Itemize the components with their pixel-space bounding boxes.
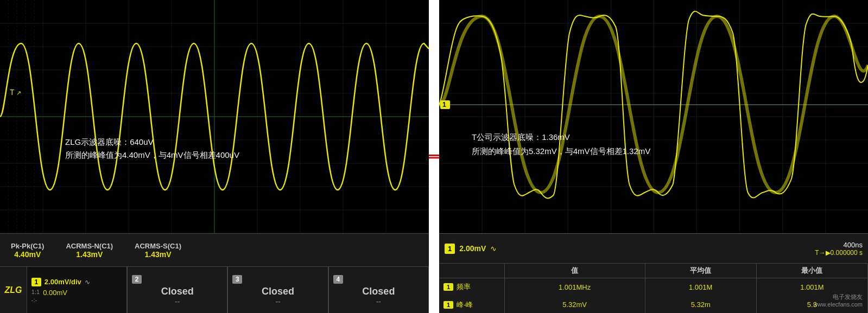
row1-ch: 1 — [443, 283, 453, 291]
right-time-info: 400ns T→▶0.000000 s — [815, 241, 863, 257]
right-ch1-wave: ∿ — [490, 244, 497, 253]
zlg-logo-text: ZLG — [4, 285, 22, 295]
ch4-dash: -- — [376, 297, 381, 306]
right-ch1-number: 1 — [445, 244, 455, 254]
measurements-row: Pk-Pk(C1) 4.40mV ACRMS-N(C1) 1.43mV ACRM… — [0, 234, 429, 266]
comparison-arrow: ⟺ — [429, 0, 439, 313]
left-oscilloscope-panel: T ↗ ZLG示波器底噪：640uV 所测的峰峰值为4.40mV，与4mV信号相… — [0, 0, 429, 313]
pkpk-label: Pk-Pk(C1) — [11, 242, 44, 250]
measurement-acrms-s: ACRMS-S(C1) 1.43mV — [135, 242, 181, 259]
left-grid: T ↗ — [0, 0, 429, 233]
col-name-header — [439, 264, 504, 278]
channel-row: ZLG 1 2.00mV/div ∿ 1:1 0.00mV -:- 2 — [0, 266, 429, 313]
right-status-bar: 1 2.00mV ∿ 400ns T→▶0.000000 s 值 平均值 最小值 — [439, 233, 868, 313]
svg-text:1: 1 — [442, 101, 446, 108]
svg-text:↗: ↗ — [16, 90, 21, 96]
table-row: 1 峰-峰 5.32mV 5.32m 5.3 — [439, 296, 868, 313]
measurement-pkpk: Pk-Pk(C1) 4.40mV — [11, 242, 44, 259]
col-avg-header: 平均值 — [645, 264, 756, 278]
ch2-dash: -- — [175, 297, 180, 306]
ch1-offset: 0.00mV — [43, 289, 67, 297]
row2-ch: 1 — [443, 301, 453, 309]
right-oscilloscope-panel: 1 T公司示波器底噪：1.36mV 所测的峰峰值为5.32mV，与4mV信号相差… — [439, 0, 868, 313]
right-grid: 1 — [439, 0, 868, 233]
ch3-closed: Closed — [262, 286, 294, 297]
acrms-s-label: ACRMS-S(C1) — [135, 242, 181, 250]
channel-4[interactable]: 4 Closed -- — [329, 267, 429, 314]
row1-avg: 1.001M — [645, 278, 756, 296]
ch4-closed: Closed — [362, 286, 395, 297]
row2-avg: 5.32m — [645, 296, 756, 313]
right-ch1-scale: 2.00mV — [459, 244, 486, 253]
ch3-number: 3 — [232, 275, 242, 284]
zlg-logo: ZLG — [0, 267, 27, 314]
row2-value: 5.32mV — [504, 296, 645, 313]
acrms-n-label: ACRMS-N(C1) — [66, 242, 113, 250]
row1-name: 频率 — [457, 282, 471, 292]
svg-text:T: T — [10, 88, 15, 97]
right-annotation: T公司示波器底噪：1.36mV 所测的峰峰值为5.32mV，与4mV信号相差1.… — [472, 130, 650, 158]
col-value-header: 值 — [504, 264, 645, 278]
ch1-wave-icon: ∿ — [85, 278, 90, 286]
right-ch1-scale-info: 1 2.00mV ∿ — [445, 244, 497, 254]
measurement-acrms-n: ACRMS-N(C1) 1.43mV — [66, 242, 113, 259]
row2-name: 峰-峰 — [457, 300, 473, 310]
row1-label: 1 频率 — [439, 278, 504, 296]
left-annotation: ZLG示波器底噪：640uV 所测的峰峰值为4.40mV，与4mV信号相差400… — [65, 136, 239, 162]
left-status-bar: Pk-Pk(C1) 4.40mV ACRMS-N(C1) 1.43mV ACRM… — [0, 233, 429, 313]
col-min-header: 最小值 — [756, 264, 867, 278]
ch3-dash: -- — [275, 297, 280, 306]
acrms-n-value: 1.43mV — [76, 250, 103, 259]
watermark: 电子发烧友 www.elecfans.com — [813, 293, 863, 308]
right-annotation-line1: T公司示波器底噪：1.36mV — [472, 130, 650, 144]
right-measurements-table: 值 平均值 最小值 1 频率 1.001MHz 1.001M 1.001M — [439, 264, 868, 313]
ch1-scale: 2.00mV/div — [45, 278, 81, 286]
left-annotation-line2: 所测的峰峰值为4.40mV，与4mV信号相差400uV — [65, 149, 239, 162]
acrms-s-value: 1.43mV — [145, 250, 172, 259]
right-annotation-line2: 所测的峰峰值为5.32mV，与4mV信号相差1.32mV — [472, 144, 650, 158]
left-osc-display: T ↗ ZLG示波器底噪：640uV 所测的峰峰值为4.40mV，与4mV信号相… — [0, 0, 429, 233]
ch2-number: 2 — [132, 275, 142, 284]
ch1-number: 1 — [31, 278, 41, 286]
channel-1[interactable]: 1 2.00mV/div ∿ 1:1 0.00mV -:- — [27, 267, 127, 314]
left-annotation-line1: ZLG示波器底噪：640uV — [65, 136, 239, 149]
ch4-number: 4 — [333, 275, 343, 284]
channel-3[interactable]: 3 Closed -- — [228, 267, 328, 314]
channel-2[interactable]: 2 Closed -- — [128, 267, 227, 314]
ch2-closed: Closed — [161, 286, 194, 297]
ch1-ratio: 1:1 — [31, 289, 40, 295]
time-value: T→▶0.000000 s — [815, 249, 863, 257]
right-status-top: 1 2.00mV ∿ 400ns T→▶0.000000 s — [439, 234, 868, 264]
row1-value: 1.001MHz — [504, 278, 645, 296]
right-osc-display: 1 T公司示波器底噪：1.36mV 所测的峰峰值为5.32mV，与4mV信号相差… — [439, 0, 868, 233]
table-row: 1 频率 1.001MHz 1.001M 1.001M — [439, 278, 868, 296]
row2-label: 1 峰-峰 — [439, 296, 504, 313]
pkpk-value: 4.40mV — [14, 250, 41, 259]
time-label: 400ns — [815, 241, 863, 249]
